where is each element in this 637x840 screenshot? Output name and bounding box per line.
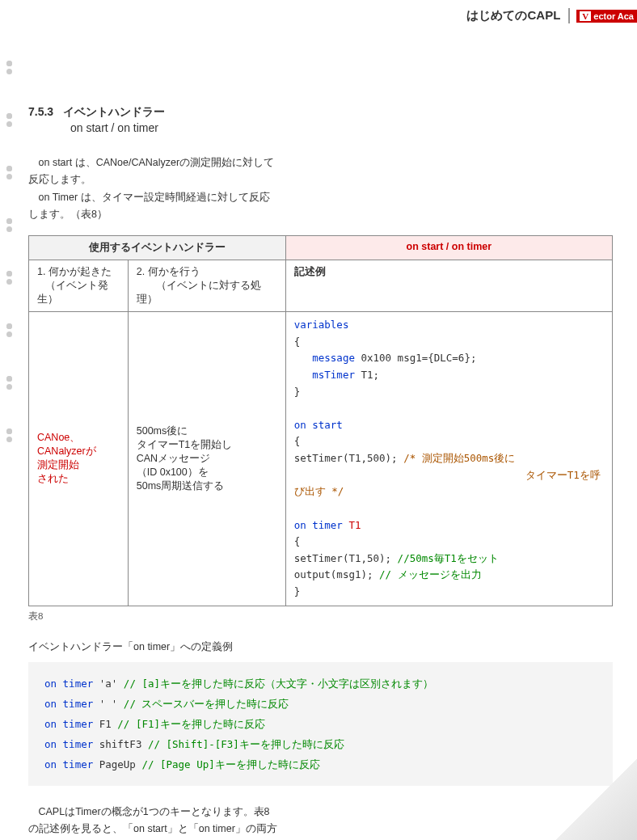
table-header-right: on start / on timer bbox=[285, 236, 612, 260]
outro-text: CAPLはTimerの概念が1つのキーとなります。表8の記述例を見ると、「on … bbox=[28, 804, 279, 840]
section-number: 7.5.3 bbox=[28, 105, 53, 118]
section-subtitle: on start / on timer bbox=[70, 121, 613, 134]
spiral-binding bbox=[6, 61, 12, 437]
table-header-left: 使用するイベントハンドラー bbox=[29, 236, 286, 260]
table-caption: 表8 bbox=[28, 610, 613, 623]
table-event-cell: CANoe、 CANalyzerが 測定開始 された bbox=[29, 312, 129, 606]
outro-p1: CAPLはTimerの概念が1つのキーとなります。表8の記述例を見ると、「on … bbox=[28, 804, 279, 840]
table-subhead-3: 記述例 bbox=[285, 260, 612, 312]
page-header: はじめてのCAPL Vector Aca bbox=[466, 8, 637, 23]
section-title: イベントハンドラー bbox=[63, 105, 165, 118]
table-code-cell: variables { message 0x100 msg1={DLC=6}; … bbox=[285, 312, 612, 606]
intro-p2: on Timer は、タイマー設定時間経過に対して反応します。（表8） bbox=[28, 189, 279, 224]
example-line-3: on timer F1 // [F1]キーを押した時に反応 bbox=[44, 714, 597, 734]
section-heading: 7.5.3 イベントハンドラー on start / on timer bbox=[28, 105, 613, 134]
example-line-4: on timer shiftF3 // [Shift]-[F3]キーを押した時に… bbox=[44, 734, 597, 754]
table-action-cell: 500ms後に タイマーT1を開始し CANメッセージ （ID 0x100）を … bbox=[128, 312, 285, 606]
intro-text: on start は、CANoe/CANalyzerの測定開始に対して反応します… bbox=[28, 154, 279, 223]
example-line-5: on timer PageUp // [Page Up]キーを押した時に反応 bbox=[44, 754, 597, 775]
page-content: 7.5.3 イベントハンドラー on start / on timer on s… bbox=[0, 0, 637, 840]
example-line-1: on timer 'a' // [a]キーを押した時に反応（大文字・小文字は区別… bbox=[44, 673, 597, 694]
breadcrumb: はじめてのCAPL bbox=[466, 8, 570, 23]
example-code-box: on timer 'a' // [a]キーを押した時に反応（大文字・小文字は区別… bbox=[28, 662, 613, 786]
table-subhead-1: 1. 何かが起きた （イベント発生） bbox=[29, 260, 129, 312]
intro-p1: on start は、CANoe/CANalyzerの測定開始に対して反応します… bbox=[28, 154, 279, 189]
page-curl bbox=[556, 759, 637, 840]
example-line-2: on timer ' ' // スペースバーを押した時に反応 bbox=[44, 694, 597, 714]
handler-table: 使用するイベントハンドラー on start / on timer 1. 何かが… bbox=[28, 235, 613, 606]
table-subhead-2: 2. 何かを行う （イベントに対する処理） bbox=[128, 260, 285, 312]
definition-example-title: イベントハンドラー「on timer」への定義例 bbox=[28, 640, 613, 654]
vector-logo: Vector Aca bbox=[576, 10, 637, 23]
